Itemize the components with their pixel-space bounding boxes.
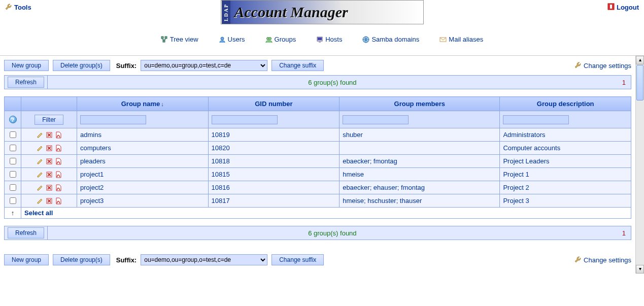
svg-rect-1 xyxy=(610,5,612,9)
suffix-select[interactable]: ou=demo,ou=group,o=test,c=de xyxy=(141,60,267,71)
logout-link[interactable]: Logout xyxy=(607,3,639,12)
help-icon[interactable]: ? xyxy=(9,116,17,123)
edit-icon[interactable] xyxy=(37,171,44,178)
table-row: project210816ebaecker; ehauser; fmontagP… xyxy=(5,181,631,194)
svg-point-7 xyxy=(268,37,271,40)
toolbar-top: New group Delete group(s) Suffix: ou=dem… xyxy=(4,60,631,71)
nav-tree-view[interactable]: Tree view xyxy=(161,36,198,43)
delete-icon[interactable] xyxy=(46,158,53,165)
change-settings-link-bottom[interactable]: Change settings xyxy=(574,256,631,264)
nav-samba[interactable]: Samba domains xyxy=(362,36,419,43)
cell-group-name: computers xyxy=(77,142,209,155)
cell-members xyxy=(340,142,500,155)
suffix-label-bottom: Suffix: xyxy=(116,256,137,264)
delete-icon[interactable] xyxy=(46,145,53,152)
filter-description-input[interactable] xyxy=(503,115,569,124)
delete-icon[interactable] xyxy=(46,171,53,178)
scroll-track[interactable] xyxy=(636,101,644,265)
filter-button[interactable]: Filter xyxy=(35,115,63,125)
edit-icon[interactable] xyxy=(37,158,44,165)
change-settings-label-bottom: Change settings xyxy=(584,256,631,264)
toolbar-bottom: New group Delete group(s) Suffix: ou=dem… xyxy=(4,254,631,265)
logo-main-text: Account Manager xyxy=(234,4,348,21)
delete-icon[interactable] xyxy=(46,131,53,139)
col-group-name[interactable]: Group name↓ xyxy=(77,97,209,111)
select-all-link[interactable]: Select all xyxy=(24,209,53,217)
groups-table: Group name↓ GID number Group members Gro… xyxy=(4,96,631,219)
row-checkbox[interactable] xyxy=(10,197,16,204)
refresh-button-top[interactable]: Refresh xyxy=(8,77,44,88)
cell-gid: 10819 xyxy=(208,128,340,142)
app-logo: LDAP Account Manager xyxy=(221,0,424,24)
status-bar-top: Refresh 6 group(s) found 1 xyxy=(4,75,631,89)
cell-description: Computer accounts xyxy=(500,142,631,155)
cell-group-name: project1 xyxy=(77,168,209,181)
cell-description: Project 3 xyxy=(500,194,631,208)
groups-found-text-bottom: 6 group(s) found xyxy=(48,229,617,237)
cell-description: Administrators xyxy=(500,128,631,142)
delete-icon[interactable] xyxy=(46,197,53,205)
logo-ldap-text: LDAP xyxy=(221,1,230,24)
filter-gid-input[interactable] xyxy=(212,115,278,124)
pdf-icon[interactable] xyxy=(55,184,62,191)
mail-icon xyxy=(439,36,447,43)
row-checkbox[interactable] xyxy=(10,145,16,151)
nav-groups[interactable]: Groups xyxy=(265,36,296,43)
cell-members: hmeise; hschuster; thauser xyxy=(340,194,500,208)
pdf-icon[interactable] xyxy=(55,158,62,165)
edit-icon[interactable] xyxy=(37,131,44,139)
pdf-icon[interactable] xyxy=(55,171,62,178)
tools-link[interactable]: Tools xyxy=(5,3,31,12)
nav-tree-label: Tree view xyxy=(170,36,198,43)
svg-point-5 xyxy=(221,37,224,40)
change-suffix-button-bottom[interactable]: Change suffix xyxy=(272,254,324,265)
new-group-button-bottom[interactable]: New group xyxy=(4,254,49,265)
delete-groups-button-bottom[interactable]: Delete group(s) xyxy=(53,254,110,265)
filter-members-input[interactable] xyxy=(343,115,409,124)
filter-group-name-input[interactable] xyxy=(80,115,146,124)
scroll-down-arrow-icon[interactable]: ▾ xyxy=(636,265,644,274)
main-nav: Tree view Users Groups Hosts Samba domai… xyxy=(0,30,644,55)
col-actions xyxy=(21,97,77,111)
row-checkbox[interactable] xyxy=(10,158,16,164)
new-group-button[interactable]: New group xyxy=(4,60,49,71)
change-settings-label: Change settings xyxy=(584,62,631,70)
page-count: 1 xyxy=(617,79,631,86)
groups-found-text: 6 group(s) found xyxy=(48,79,617,86)
col-checkbox xyxy=(5,97,21,111)
nav-users[interactable]: Users xyxy=(219,36,245,43)
row-checkbox[interactable] xyxy=(10,131,16,138)
nav-hosts[interactable]: Hosts xyxy=(316,36,342,43)
edit-icon[interactable] xyxy=(37,184,44,191)
pdf-icon[interactable] xyxy=(55,131,62,139)
table-row: computers10820Computer accounts xyxy=(5,142,631,155)
scroll-thumb[interactable] xyxy=(636,65,643,100)
pdf-icon[interactable] xyxy=(55,145,62,152)
nav-hosts-label: Hosts xyxy=(325,36,342,43)
nav-mail[interactable]: Mail aliases xyxy=(439,36,483,43)
col-gid[interactable]: GID number xyxy=(208,97,340,111)
delete-groups-button[interactable]: Delete group(s) xyxy=(53,60,110,71)
change-settings-link[interactable]: Change settings xyxy=(574,61,631,70)
table-row: admins10819shuberAdministrators xyxy=(5,128,631,142)
edit-icon[interactable] xyxy=(37,197,44,205)
row-checkbox[interactable] xyxy=(10,184,16,191)
nav-mail-label: Mail aliases xyxy=(449,36,483,43)
vertical-scrollbar[interactable]: ▴ ▾ xyxy=(635,56,644,274)
cell-group-name: project3 xyxy=(77,194,209,208)
col-description[interactable]: Group description xyxy=(500,97,631,111)
up-arrow-icon[interactable]: ↑ xyxy=(5,208,21,219)
edit-icon[interactable] xyxy=(37,145,44,152)
change-suffix-button[interactable]: Change suffix xyxy=(272,60,324,71)
logout-icon xyxy=(607,3,615,12)
pdf-icon[interactable] xyxy=(55,197,62,205)
table-row: project310817hmeise; hschuster; thauserP… xyxy=(5,194,631,208)
wrench-icon xyxy=(5,3,12,12)
cell-description: Project 1 xyxy=(500,168,631,181)
delete-icon[interactable] xyxy=(46,184,53,191)
suffix-select-bottom[interactable]: ou=demo,ou=group,o=test,c=de xyxy=(141,254,267,265)
row-checkbox[interactable] xyxy=(10,171,16,178)
refresh-button-bottom[interactable]: Refresh xyxy=(8,227,44,239)
scroll-up-arrow-icon[interactable]: ▴ xyxy=(636,56,644,64)
col-members[interactable]: Group members xyxy=(340,97,500,111)
